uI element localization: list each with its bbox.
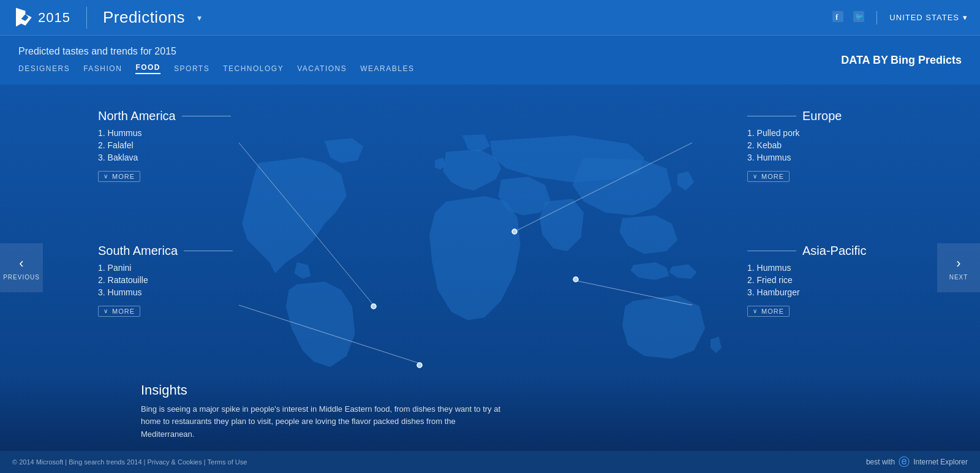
best-with-label: best with (866, 458, 895, 466)
browser-label: Internet Explorer (913, 458, 968, 466)
north-america-title-wrap: North America (98, 109, 233, 123)
more-chevron-ap: ∨ (753, 308, 758, 314)
nav-cat-food[interactable]: FOOD (135, 63, 160, 74)
nav-categories: DESIGNERS FASHION FOOD SPORTS TECHNOLOGY… (18, 63, 414, 74)
sub-header-left: Predicted tastes and trends for 2015 DES… (18, 46, 414, 74)
europe-title: Europe (802, 109, 842, 123)
north-america-item-2: 2. Falafel (98, 140, 233, 150)
header-dropdown-icon[interactable]: ▾ (197, 13, 202, 23)
header-vertical-divider (86, 7, 87, 29)
north-america-more-label: MORE (112, 173, 135, 180)
asia-pacific-line (747, 251, 796, 251)
insights-text: Bing is seeing a major spike in people's… (141, 403, 508, 441)
data-by-brand: Bing Predicts (891, 54, 962, 66)
north-america-more-btn[interactable]: ∨ MORE (98, 171, 140, 182)
asia-pacific-title: Asia-Pacific (802, 244, 866, 258)
footer-right: best with ⓔ Internet Explorer (866, 455, 968, 469)
nav-next[interactable]: › NEXT (937, 243, 980, 292)
sub-title: Predicted tastes and trends for 2015 (18, 46, 414, 57)
nav-previous[interactable]: ‹ PREVIOUS (0, 243, 43, 292)
south-america-title: South America (98, 244, 178, 258)
region-label: UNITED STATES (889, 13, 959, 22)
region-north-america: North America 1. Hummus 2. Falafel 3. Ba… (98, 109, 233, 182)
footer: © 2014 Microsoft | Bing search trends 20… (0, 451, 980, 473)
bing-icon (12, 7, 34, 29)
europe-title-wrap: Europe (747, 109, 882, 123)
europe-more-label: MORE (761, 173, 784, 180)
region-asia-pacific: Asia-Pacific 1. Hummus 2. Fried rice 3. … (747, 244, 882, 317)
south-america-more-btn[interactable]: ∨ MORE (98, 306, 140, 317)
asia-pacific-item-2: 2. Fried rice (747, 275, 882, 285)
europe-more-btn[interactable]: ∨ MORE (747, 171, 790, 182)
asia-pacific-item-3: 3. Hamburger (747, 287, 882, 297)
south-america-item-3: 3. Hummus (98, 287, 233, 297)
header-title: Predictions (103, 8, 185, 27)
nav-cat-wearables[interactable]: WEARABLES (360, 64, 414, 73)
facebook-icon[interactable]: f (832, 11, 843, 25)
south-america-title-wrap: South America (98, 244, 233, 258)
next-label: NEXT (949, 274, 968, 281)
svg-text:f: f (835, 12, 839, 21)
europe-item-3: 3. Hummus (747, 153, 882, 162)
europe-line (747, 116, 796, 116)
nav-cat-technology[interactable]: TECHNOLOGY (223, 64, 284, 73)
nav-cat-sports[interactable]: SPORTS (174, 64, 209, 73)
south-america-more-label: MORE (112, 308, 135, 315)
region-europe: Europe 1. Pulled pork 2. Kebab 3. Hummus… (747, 109, 882, 182)
more-chevron-sa: ∨ (104, 308, 108, 314)
header-left: 2015 Predictions ▾ (12, 7, 202, 29)
bing-year: 2015 (38, 10, 70, 26)
more-chevron-na: ∨ (104, 173, 108, 180)
data-by-section: DATA BY Bing Predicts (841, 54, 962, 67)
world-map-svg (214, 130, 766, 406)
europe-items: 1. Pulled pork 2. Kebab 3. Hummus (747, 128, 882, 162)
header-right: f 🐦 UNITED STATES ▾ (832, 11, 968, 25)
asia-pacific-more-btn[interactable]: ∨ MORE (747, 306, 790, 317)
ie-logo-icon: ⓔ (899, 455, 910, 469)
more-chevron-eu: ∨ (753, 173, 758, 180)
nav-cat-vacations[interactable]: VACATIONS (297, 64, 347, 73)
data-by-label: DATA BY (841, 54, 888, 66)
north-america-title: North America (98, 109, 176, 123)
europe-item-2: 2. Kebab (747, 140, 882, 150)
footer-copyright: © 2014 Microsoft | Bing search trends 20… (12, 458, 247, 466)
prev-label: PREVIOUS (3, 274, 40, 281)
europe-item-1: 1. Pulled pork (747, 128, 882, 138)
svg-text:🐦: 🐦 (855, 12, 864, 21)
header-right-divider (876, 11, 877, 25)
insights-section: Insights Bing is seeing a major spike in… (0, 376, 980, 451)
next-arrow-icon: › (956, 255, 960, 271)
south-america-items: 1. Panini 2. Ratatouille 3. Hummus (98, 263, 233, 297)
twitter-icon[interactable]: 🐦 (853, 11, 864, 25)
nav-cat-designers[interactable]: DESIGNERS (18, 64, 70, 73)
region-selector[interactable]: UNITED STATES ▾ (889, 13, 968, 22)
header: 2015 Predictions ▾ f 🐦 UNITED STATES ▾ (0, 0, 980, 36)
region-dropdown-icon: ▾ (963, 13, 968, 22)
prev-arrow-icon: ‹ (19, 255, 23, 271)
south-america-item-2: 2. Ratatouille (98, 275, 233, 285)
south-america-item-1: 1. Panini (98, 263, 233, 273)
insights-title: Insights (141, 382, 962, 398)
asia-pacific-title-wrap: Asia-Pacific (747, 244, 882, 258)
asia-pacific-items: 1. Hummus 2. Fried rice 3. Hamburger (747, 263, 882, 297)
nav-cat-fashion[interactable]: FASHION (83, 64, 122, 73)
north-america-item-3: 3. Baklava (98, 153, 233, 162)
asia-pacific-item-1: 1. Hummus (747, 263, 882, 273)
bing-logo: 2015 (12, 7, 70, 29)
asia-pacific-more-label: MORE (761, 308, 784, 315)
north-america-item-1: 1. Hummus (98, 128, 233, 138)
south-america-line (184, 251, 233, 251)
sub-header: Predicted tastes and trends for 2015 DES… (0, 36, 980, 85)
north-america-items: 1. Hummus 2. Falafel 3. Baklava (98, 128, 233, 162)
north-america-line (182, 116, 231, 116)
main-content: ‹ PREVIOUS › NEXT North America 1. Hummu… (0, 85, 980, 451)
region-south-america: South America 1. Panini 2. Ratatouille 3… (98, 244, 233, 317)
